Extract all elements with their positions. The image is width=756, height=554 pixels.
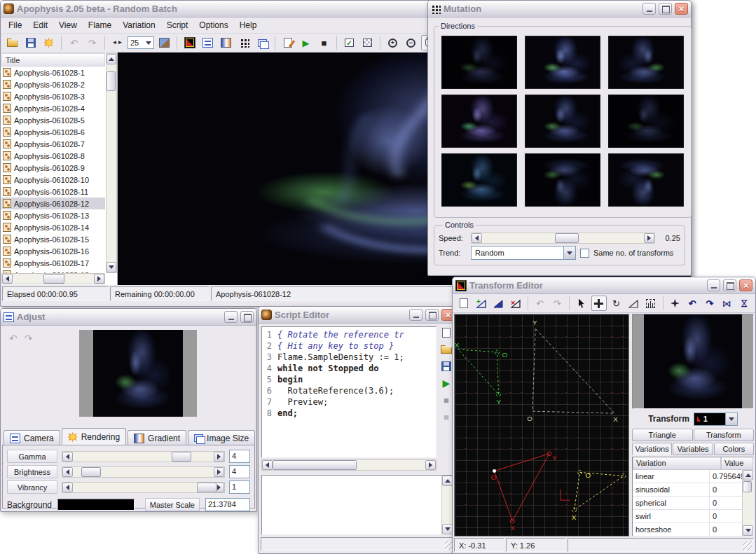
transform-canvas[interactable]: Y O X X O Y O Y X [454, 314, 629, 536]
script-code-area[interactable]: 1{ Rotate the reference tr 2{ Hit any ke… [261, 326, 437, 458]
script-editor-button[interactable] [280, 35, 296, 50]
scroll-up-button[interactable] [743, 470, 753, 480]
resize-grip[interactable] [743, 541, 752, 550]
transform-triangle-yellow[interactable] [575, 472, 624, 510]
trend-select[interactable]: Random [471, 246, 576, 260]
reset-location-button[interactable]: ◄► [109, 35, 125, 50]
variation-value[interactable]: 0 [710, 510, 742, 522]
tab-rendering[interactable]: Rendering [62, 428, 126, 445]
menu-item[interactable]: Flame [83, 20, 116, 31]
scroll-down-button[interactable] [743, 525, 753, 536]
menu-item[interactable]: Script [162, 20, 193, 31]
scroll-left-button[interactable] [2, 274, 13, 284]
redo-button[interactable]: ↷ [549, 296, 565, 311]
mutation-thumbnail[interactable] [525, 153, 600, 207]
variation-row[interactable]: linear 0.795649 [633, 470, 742, 483]
flame-list-item[interactable]: Apophysis-061028-11 [1, 186, 105, 198]
fullscreen-preview-button[interactable] [156, 35, 172, 50]
variation-value[interactable]: 0.795649 [710, 470, 742, 483]
mutation-thumbnail[interactable] [441, 95, 517, 148]
duplicate-transform-button[interactable] [490, 296, 506, 311]
rotate-mode-button[interactable]: ↻ [609, 296, 624, 311]
flame-list-item[interactable]: Apophysis-061028-17 [1, 257, 105, 269]
menu-item[interactable]: Edit [28, 20, 53, 31]
column-value[interactable]: Value [721, 457, 753, 470]
zoom-in-button[interactable]: + [385, 35, 401, 50]
stop-script-button[interactable]: ■ [316, 35, 332, 50]
flame-list-item[interactable]: Apophysis-061028-1 [1, 67, 105, 78]
transform-titlebar[interactable]: Transform Editor [453, 277, 755, 294]
brightness-thumb[interactable] [81, 467, 101, 477]
speed-increase-button[interactable] [644, 233, 654, 243]
flame-list-item[interactable]: Apophysis-061028-13 [1, 209, 105, 221]
select-mode-button[interactable] [574, 296, 589, 311]
script-hscrollbar[interactable] [261, 459, 437, 471]
mutation-thumbnail[interactable] [441, 153, 517, 207]
maximize-button[interactable] [240, 311, 254, 323]
maximize-button[interactable] [659, 3, 672, 15]
tab-variations[interactable]: Variations [632, 443, 672, 455]
menu-item[interactable]: Variation [118, 20, 160, 31]
undo-icon[interactable]: ↶ [9, 333, 25, 344]
master-scale-value[interactable]: 21.3784 [205, 498, 250, 511]
gamma-thumb[interactable] [172, 452, 191, 462]
brightness-increase-button[interactable] [214, 467, 224, 477]
variation-row[interactable]: swirl 0 [633, 510, 742, 523]
menu-item[interactable]: View [54, 20, 82, 31]
adjust-button[interactable] [200, 35, 216, 50]
flame-list-item[interactable]: Apophysis-061028-14 [1, 221, 105, 233]
flip-horizontal-button[interactable]: ⋈ [720, 296, 735, 311]
open-button[interactable] [4, 35, 20, 50]
minimize-button[interactable] [642, 3, 656, 15]
save-button[interactable] [22, 35, 39, 50]
minimize-button[interactable] [224, 311, 238, 323]
tab-variables[interactable]: Variables [673, 443, 713, 455]
undo-button[interactable]: ↶ [66, 35, 82, 50]
tab-image-size[interactable]: Image Size [188, 430, 255, 445]
minimize-button[interactable] [409, 309, 422, 321]
close-button[interactable] [675, 3, 688, 15]
adjust-preview[interactable] [93, 330, 183, 417]
render-batch-button[interactable] [41, 35, 57, 50]
flame-list-header[interactable]: Title [1, 53, 105, 67]
mutation-thumbnail[interactable] [525, 95, 600, 148]
gamma-slider[interactable] [62, 451, 225, 462]
variation-row[interactable]: horseshoe 0 [633, 523, 742, 536]
scroll-down-button[interactable] [106, 262, 116, 272]
close-button[interactable] [739, 279, 752, 291]
maximize-button[interactable] [425, 309, 439, 321]
save-script-button[interactable] [439, 360, 453, 373]
gradient-button[interactable] [218, 35, 234, 50]
column-variation[interactable]: Variation [633, 457, 721, 470]
flame-list-item[interactable]: Apophysis-061028-6 [1, 126, 105, 138]
variation-row[interactable]: spherical 0 [633, 497, 742, 510]
vibrancy-decrease-button[interactable] [62, 483, 73, 492]
menu-item[interactable]: Options [194, 20, 233, 31]
rotate-right-button[interactable]: ↷ [702, 296, 717, 311]
tab-camera[interactable]: Camera [4, 430, 60, 445]
flame-list-item[interactable]: Apophysis-061028-5 [1, 114, 105, 126]
fullscreen-button[interactable] [254, 35, 270, 50]
chevron-down-icon[interactable] [726, 413, 738, 426]
tab-transform[interactable]: Transform [694, 429, 755, 441]
variation-value[interactable]: 0 [710, 483, 742, 496]
stop-script-button[interactable]: ■ [439, 394, 453, 406]
flame-list-item[interactable]: Apophysis-061028-8 [1, 150, 105, 162]
background-color-swatch[interactable] [57, 499, 135, 511]
gamma-decrease-button[interactable] [62, 452, 73, 462]
quality-select[interactable]: 25 [128, 36, 154, 49]
flame-list-vscrollbar[interactable] [106, 53, 117, 273]
render-flame-button[interactable]: ✓ [341, 35, 357, 50]
variation-row[interactable]: sinusoidal 0 [633, 483, 742, 497]
script-output-panel[interactable] [261, 475, 453, 535]
variation-value[interactable]: 0 [710, 497, 742, 509]
vscroll-thumb[interactable] [106, 71, 116, 91]
rotate-left-button[interactable]: ↶ [685, 296, 700, 311]
brightness-value[interactable]: 4 [229, 465, 250, 478]
gamma-increase-button[interactable] [214, 452, 224, 462]
scale-mode-button[interactable] [626, 296, 641, 311]
variations-vscrollbar[interactable] [742, 470, 753, 536]
hscroll-thumb[interactable] [273, 460, 357, 470]
brightness-slider[interactable] [62, 466, 225, 478]
flame-list-item[interactable]: Apophysis-061028-3 [1, 90, 105, 102]
